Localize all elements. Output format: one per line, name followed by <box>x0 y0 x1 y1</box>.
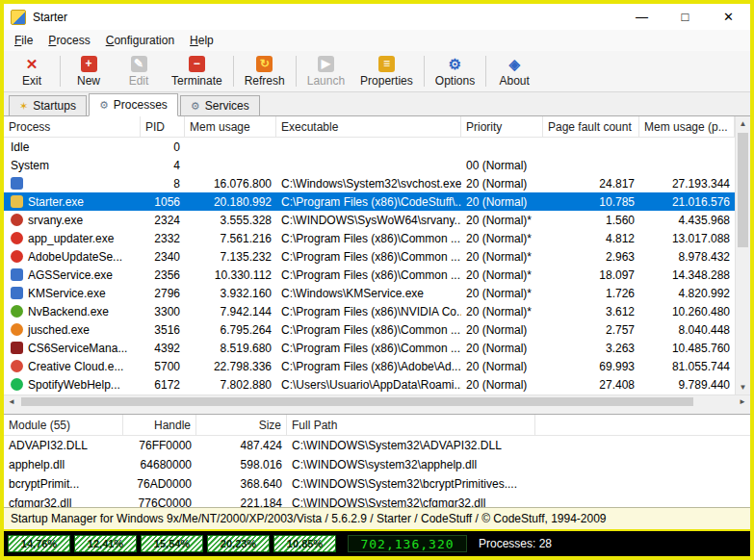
about-button-label: About <box>499 74 529 88</box>
process-column-header-1[interactable]: Process <box>4 116 141 137</box>
properties-icon: ≡ <box>378 56 395 72</box>
new-button[interactable]: +New <box>64 52 114 90</box>
process-mem-peak: 8.978.432 <box>639 250 735 264</box>
menu-item-help[interactable]: Help <box>182 32 221 49</box>
module-row[interactable]: bcryptPrimit...76AD0000368.640C:\WINDOWS… <box>4 474 750 494</box>
cpu-usage-segment: 12,41% <box>74 535 137 552</box>
scroll-left-icon[interactable]: ◄ <box>4 397 19 406</box>
process-executable: C:\Program Files (x86)\Common ... <box>276 268 461 282</box>
process-name: jusched.exe <box>28 323 90 337</box>
process-name: System <box>11 159 49 172</box>
cpu-usage-segment: 14,76% <box>8 535 70 552</box>
status-text: Startup Manager for Windows 9x/Me/NT/200… <box>11 512 607 525</box>
process-row[interactable]: Creative Cloud.e...570022.798.336C:\Prog… <box>4 357 735 375</box>
launch-icon: ▶ <box>318 56 334 72</box>
process-priority: 20 (Normal) <box>461 177 543 191</box>
module-column-header-3[interactable]: Size <box>196 415 287 435</box>
process-row[interactable]: jusched.exe35166.795.264C:\Program Files… <box>4 320 735 339</box>
process-mem-usage: 7.135.232 <box>185 250 276 264</box>
process-priority: 20 (Normal)* <box>461 250 543 264</box>
toolbar-separator <box>60 56 61 87</box>
module-row[interactable]: ADVAPI32.DLL76FF0000487.424C:\WINDOWS\Sy… <box>4 436 750 455</box>
vertical-scroll-track[interactable] <box>736 131 750 380</box>
process-column-header-4[interactable]: Executable <box>276 116 461 137</box>
toolbar-separator <box>485 56 486 87</box>
module-column-header-4[interactable]: Full Path <box>287 415 535 435</box>
process-column-header-7[interactable]: Mem usage (p... <box>639 116 735 137</box>
horizontal-scrollbar[interactable]: ◄ ► <box>4 395 750 408</box>
toolbar-separator <box>233 56 234 87</box>
process-pid: 2356 <box>141 268 185 282</box>
process-priority: 20 (Normal) <box>461 342 543 355</box>
process-priority: 20 (Normal)* <box>461 268 543 282</box>
process-row[interactable]: AGSService.exe235610.330.112C:\Program F… <box>4 266 735 284</box>
tab-processes[interactable]: ⚙Processes <box>89 93 178 116</box>
process-row[interactable]: Starter.exe105620.180.992C:\Program File… <box>4 192 735 211</box>
vertical-scroll-thumb[interactable] <box>738 133 748 247</box>
options-button[interactable]: ⚙Options <box>428 52 482 90</box>
process-priority: 20 (Normal)* <box>461 305 543 318</box>
process-icon <box>11 287 23 299</box>
process-page-faults: 1.560 <box>543 214 639 227</box>
tab-label: Services <box>205 99 249 113</box>
about-button[interactable]: ◈About <box>489 52 539 90</box>
module-size: 221.184 <box>196 496 287 507</box>
module-row[interactable]: cfgmgr32.dll776C0000221.184C:\WINDOWS\Sy… <box>4 494 750 507</box>
process-row[interactable]: SpotifyWebHelp...61727.802.880C:\Users\U… <box>4 375 735 394</box>
module-column-header-1[interactable]: Module (55) <box>4 415 123 435</box>
menu-item-process[interactable]: Process <box>40 32 97 49</box>
process-column-header-6[interactable]: Page fault count <box>543 116 639 137</box>
process-mem-peak: 8.040.448 <box>639 323 735 337</box>
title-bar: Starter — □ ✕ <box>4 4 750 30</box>
horizontal-scroll-thumb[interactable] <box>21 397 693 406</box>
process-row[interactable]: Idle0 <box>4 138 735 156</box>
process-icon <box>11 214 23 226</box>
process-row[interactable]: 816.076.800C:\Windows\System32\svchost.e… <box>4 174 735 192</box>
minimize-button[interactable]: — <box>620 4 663 30</box>
process-row[interactable]: AdobeUpdateSe...23407.135.232C:\Program … <box>4 247 735 266</box>
process-column-header-3[interactable]: Mem usage <box>185 116 276 137</box>
exit-button[interactable]: ✕Exit <box>7 52 57 90</box>
process-row[interactable]: app_updater.exe23327.561.216C:\Program F… <box>4 229 735 247</box>
process-pid: 5700 <box>141 360 185 373</box>
vertical-scrollbar[interactable]: ▲ ▼ <box>735 116 750 395</box>
process-row[interactable]: KMService.exe27963.932.160C:\Windows\KMS… <box>4 284 735 302</box>
process-priority: 20 (Normal)* <box>461 214 543 227</box>
process-icon <box>11 195 23 208</box>
process-row[interactable]: CS6ServiceMana...43928.519.680C:\Program… <box>4 339 735 357</box>
process-row[interactable]: srvany.exe23243.555.328C:\WINDOWS\SysWoW… <box>4 211 735 229</box>
processes-tab-icon: ⚙ <box>99 100 109 111</box>
process-mem-usage: 6.795.264 <box>185 323 276 337</box>
performance-bar: 14,76%12,41%15,54%20,23%10,85% 702,136,3… <box>4 531 750 556</box>
horizontal-scroll-track[interactable] <box>19 395 735 408</box>
scroll-down-icon[interactable]: ▼ <box>736 380 750 395</box>
module-row[interactable]: apphelp.dll64680000598.016C:\WINDOWS\sys… <box>4 455 750 474</box>
process-mem-peak: 27.193.344 <box>639 177 735 191</box>
process-pid: 6172 <box>141 378 185 392</box>
tab-services[interactable]: ⚙Services <box>180 95 260 115</box>
process-icon <box>11 360 23 372</box>
process-pid: 1056 <box>141 195 185 209</box>
close-button[interactable]: ✕ <box>707 4 750 30</box>
menu-item-file[interactable]: File <box>7 32 40 49</box>
terminate-button[interactable]: −Terminate <box>164 52 230 90</box>
process-priority: 20 (Normal) <box>461 378 543 392</box>
process-row[interactable]: NvBackend.exe33007.942.144C:\Program Fil… <box>4 302 735 320</box>
scroll-right-icon[interactable]: ► <box>735 397 750 406</box>
tab-startups[interactable]: ✶Startups <box>9 95 87 115</box>
process-name-cell: jusched.exe <box>4 323 141 337</box>
scroll-up-icon[interactable]: ▲ <box>736 116 750 131</box>
menu-item-configuration[interactable]: Configuration <box>98 32 182 49</box>
process-column-header-2[interactable]: PID <box>141 116 185 137</box>
memory-display: 702,136,320 <box>348 535 467 552</box>
process-pid: 2324 <box>141 214 185 227</box>
module-name: cfgmgr32.dll <box>4 496 123 507</box>
module-column-header-2[interactable]: Handle <box>123 415 196 435</box>
process-row[interactable]: System400 (Normal) <box>4 156 735 174</box>
process-column-header-5[interactable]: Priority <box>461 116 543 137</box>
process-priority: 20 (Normal)* <box>461 287 543 300</box>
process-priority: 20 (Normal) <box>461 195 543 209</box>
maximize-button[interactable]: □ <box>663 4 707 30</box>
properties-button[interactable]: ≡Properties <box>352 52 421 90</box>
refresh-button[interactable]: ↻Refresh <box>237 52 293 90</box>
